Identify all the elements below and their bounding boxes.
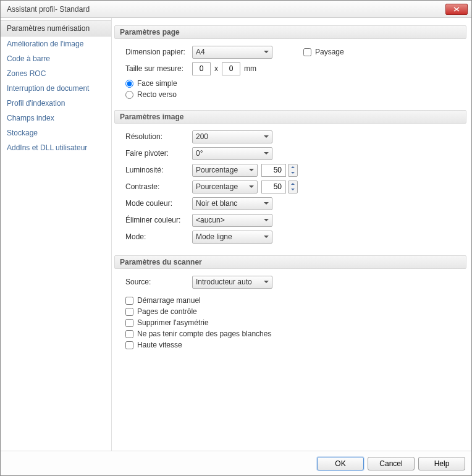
- brightness-label: Luminosité:: [125, 166, 192, 174]
- landscape-label: Paysage: [315, 48, 344, 56]
- duplex-radio[interactable]: [125, 91, 133, 99]
- arrow-up-icon: [289, 164, 297, 171]
- manual-start-checkbox[interactable]: [125, 297, 133, 305]
- landscape-checkbox[interactable]: [303, 48, 311, 56]
- custom-height-input[interactable]: [222, 62, 240, 75]
- resolution-select[interactable]: 200: [192, 130, 272, 143]
- help-button[interactable]: Help: [418, 457, 465, 470]
- simplex-label: Face simple: [137, 79, 177, 88]
- deskew-checkbox[interactable]: [125, 319, 133, 327]
- skip-blank-checkbox[interactable]: [125, 330, 133, 338]
- source-value: Introducteur auto: [196, 278, 261, 286]
- contrast-spinner[interactable]: [288, 181, 298, 193]
- sidebar-item-addins[interactable]: AddIns et DLL utilisateur: [1, 140, 111, 155]
- close-button[interactable]: [445, 4, 468, 15]
- mode-value: Mode ligne: [196, 232, 261, 241]
- paper-size-value: A4: [196, 48, 261, 56]
- high-speed-label: Haute vitesse: [137, 341, 182, 349]
- sidebar: Paramètres numérisation Amélioration de …: [1, 18, 112, 451]
- chevron-down-icon: [264, 236, 269, 238]
- custom-size-label: Taille sur mesure:: [125, 64, 192, 73]
- color-mode-label: Mode couleur:: [125, 199, 192, 208]
- cancel-button[interactable]: Cancel: [368, 457, 415, 470]
- deskew-label: Supprimer l'asymétrie: [137, 318, 209, 327]
- section-body-scanner: Source: Introducteur auto Démarrage manu…: [114, 275, 466, 358]
- titlebar: Assistant profil- Standard: [1, 1, 471, 18]
- dialog-window: Assistant profil- Standard Paramètres nu…: [0, 0, 472, 476]
- custom-unit: mm: [244, 64, 256, 73]
- manual-start-label: Démarrage manuel: [137, 296, 201, 305]
- section-header-scanner: Paramètres du scanner: [114, 255, 466, 269]
- rotate-value: 0°: [196, 149, 261, 158]
- contrast-mode-select[interactable]: Pourcentage: [192, 181, 258, 193]
- rotate-select[interactable]: 0°: [192, 147, 272, 160]
- sidebar-item-ocr-zones[interactable]: Zones ROC: [1, 66, 111, 81]
- chevron-down-icon: [264, 152, 269, 155]
- color-mode-value: Noir et blanc: [196, 199, 261, 208]
- resolution-value: 200: [196, 132, 261, 141]
- brightness-mode-value: Pourcentage: [196, 166, 247, 174]
- section-body-image: Résolution: 200 Faire pivoter: 0° Lumino…: [114, 130, 466, 253]
- paper-size-label: Dimension papier:: [125, 48, 192, 56]
- source-label: Source:: [125, 278, 192, 286]
- brightness-mode-select[interactable]: Pourcentage: [192, 164, 258, 177]
- rotate-label: Faire pivoter:: [125, 149, 192, 158]
- sidebar-item-image-enhance[interactable]: Amélioration de l'image: [1, 36, 111, 51]
- sidebar-item-storage[interactable]: Stockage: [1, 125, 111, 140]
- chevron-down-icon: [264, 135, 269, 138]
- custom-sep: x: [214, 64, 218, 73]
- contrast-mode-value: Pourcentage: [196, 182, 247, 191]
- chevron-down-icon: [264, 51, 269, 53]
- brightness-spinner[interactable]: [288, 164, 298, 177]
- chevron-down-icon: [264, 219, 269, 221]
- sidebar-item-index-profile[interactable]: Profil d'indexation: [1, 96, 111, 111]
- section-header-image: Paramètres image: [114, 110, 466, 124]
- dialog-body: Paramètres numérisation Amélioration de …: [1, 18, 471, 451]
- arrow-down-icon: [289, 170, 297, 176]
- simplex-radio[interactable]: [125, 80, 133, 88]
- arrow-down-icon: [289, 187, 297, 193]
- sidebar-item-scan-params[interactable]: Paramètres numérisation: [1, 20, 111, 36]
- control-pages-checkbox[interactable]: [125, 308, 133, 316]
- sidebar-item-barcode[interactable]: Code à barre: [1, 51, 111, 66]
- mode-select[interactable]: Mode ligne: [192, 231, 272, 244]
- contrast-value-input[interactable]: [261, 181, 286, 193]
- chevron-down-icon: [249, 185, 254, 188]
- chevron-down-icon: [249, 169, 254, 171]
- chevron-down-icon: [264, 202, 269, 205]
- resolution-label: Résolution:: [125, 132, 192, 141]
- dropout-color-label: Éliminer couleur:: [125, 216, 192, 224]
- brightness-value-input[interactable]: [261, 164, 286, 177]
- arrow-up-icon: [289, 181, 297, 187]
- section-body-page: Dimension papier: A4 Paysage Taille sur …: [114, 45, 466, 108]
- high-speed-checkbox[interactable]: [125, 341, 133, 349]
- contrast-label: Contraste:: [125, 182, 192, 191]
- paper-size-select[interactable]: A4: [192, 46, 272, 59]
- control-pages-label: Pages de contrôle: [137, 307, 197, 316]
- close-icon: [453, 7, 460, 12]
- color-mode-select[interactable]: Noir et blanc: [192, 197, 272, 210]
- window-title: Assistant profil- Standard: [7, 5, 445, 14]
- dropout-color-select[interactable]: <aucun>: [192, 214, 272, 227]
- ok-button[interactable]: OK: [317, 457, 364, 470]
- mode-label: Mode:: [125, 232, 192, 241]
- dropout-color-value: <aucun>: [196, 216, 261, 224]
- chevron-down-icon: [264, 281, 269, 283]
- sidebar-item-doc-break[interactable]: Interruption de document: [1, 81, 111, 96]
- section-header-page: Paramètres page: [114, 25, 466, 39]
- custom-width-input[interactable]: [192, 62, 211, 75]
- skip-blank-label: Ne pas tenir compte des pages blanches: [137, 329, 271, 338]
- source-select[interactable]: Introducteur auto: [192, 276, 272, 289]
- dialog-footer: OK Cancel Help: [1, 451, 471, 475]
- sidebar-item-index-fields[interactable]: Champs index: [1, 111, 111, 125]
- main-panel: Paramètres page Dimension papier: A4 Pay…: [112, 18, 471, 451]
- duplex-label: Recto verso: [137, 90, 177, 99]
